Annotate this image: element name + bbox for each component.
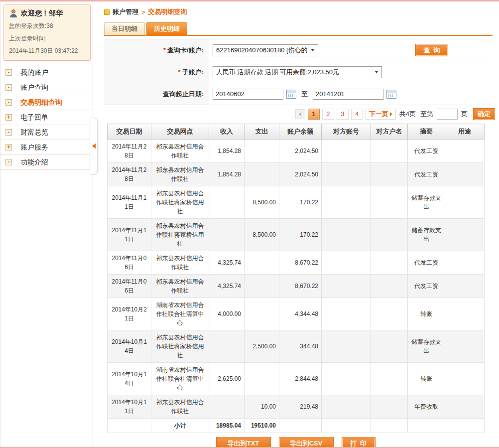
page-button-3[interactable]: 3 [337,109,349,120]
prev-arrow-icon [299,112,301,116]
table-row: 2014年10月11日祁东县农村信用合作联社10.00219.48年费收取 [108,395,485,419]
sidebar-item-transaction-detail[interactable]: -交易明细查询 [0,95,93,110]
chevron-down-icon [374,71,378,73]
user-panel: 欢迎您！邹华 您的登录次数:38 上次登录时间: 2014年11月30日 03:… [3,4,91,61]
date-range-label: 查询起止日期: [104,83,209,105]
query-form: * 查询卡/账户: 6221690204070630180 [伤心的海] * 子… [104,39,493,105]
cell: 344.48 [279,330,322,363]
cell: 代发工资 [408,140,445,163]
cell: 8,500.00 [245,186,279,219]
page-button-1[interactable]: 1 [308,109,320,120]
cell: 4,344.48 [279,298,322,330]
cell: 湖南省农村信用合作社联合社清算中心 [151,298,209,330]
column-header: 支出 [245,124,279,140]
cell: 年费收取 [408,395,445,419]
minus-icon[interactable]: - [5,129,12,136]
cell: 祁东县农村信用合作联社蒋家桥信用社 [151,219,209,251]
calendar-icon[interactable] [286,90,296,99]
minus-icon[interactable]: - [5,159,12,165]
sidebar-item-feature-intro[interactable]: -功能介绍 [0,155,93,170]
cell: 2,500.00 [245,330,279,363]
subtotal-cell [371,419,408,433]
sub-account-label: * 子账户: [104,61,209,83]
table-row: 2014年10月21日湖南省农村信用合作社联合社清算中心4,000.004,34… [108,298,485,330]
cell: 2,844.48 [279,363,322,395]
subtotal-cell [108,419,151,433]
cell: 2014年11月11日 [108,186,151,219]
page-number-list: 1234 [308,109,363,120]
cell: 2,024.50 [279,140,322,163]
cell [445,251,485,275]
sidebar-item-label: 我的账户 [20,68,48,77]
minus-icon[interactable]: - [5,99,12,106]
cell: 2014年11月06日 [108,251,151,275]
breadcrumb-parent[interactable]: 账户管理 [113,7,138,16]
column-header: 用途 [445,124,485,140]
cell [445,163,485,186]
cell: 2014年10月11日 [108,395,151,419]
cell [371,275,408,298]
next-page-button[interactable]: 下一页 [366,109,396,120]
plus-icon[interactable]: + [5,144,12,150]
card-account-select[interactable]: 6221690204070630180 [伤心的海] [213,44,318,56]
prev-page-button[interactable] [295,109,305,119]
goto-prefix-text: 至第 [420,110,433,119]
cell: 祁东县农村信用合作联社 [151,140,209,163]
goto-page-input[interactable] [437,109,458,120]
required-mark: * [163,46,166,54]
cell [371,219,408,251]
chevron-down-icon [311,49,315,51]
tab-current-day-detail[interactable]: 当日明细 [104,22,145,35]
cell [445,219,485,251]
cell [322,363,371,395]
sidebar-item-my-accounts[interactable]: -我的账户 [0,65,93,80]
calendar-icon[interactable] [386,90,396,99]
export-txt-button[interactable]: 导出到TXT [216,437,271,448]
date-to-input[interactable] [313,89,383,100]
page-button-4[interactable]: 4 [351,109,363,120]
page-button-2[interactable]: 2 [322,109,334,120]
tab-history-detail[interactable]: 历史明细 [146,22,187,35]
sidebar-menu: -我的账户-账户查询-交易明细查询+电子回单-财富总览+账户服务-功能介绍 [0,65,93,170]
subtotal-cell [408,419,445,433]
cell: 2,625.00 [209,363,245,395]
required-mark: * [178,68,181,76]
cell: 2014年11月06日 [108,275,151,298]
cell: 2014年11月28日 [108,140,151,163]
table-row: 2014年10月14日祁东县农村信用合作联社蒋家桥信用社2,500.00344.… [108,330,485,363]
confirm-page-button[interactable]: 确定 [473,108,495,120]
cell [209,186,245,219]
sidebar-collapse-handle[interactable] [90,118,98,174]
footer-buttons: 导出到TXT导出到CSV打 印 [107,437,484,448]
sidebar-item-account-query[interactable]: -账户查询 [0,80,93,95]
cell: 2014年10月14日 [108,330,151,363]
cell: 8,670.22 [279,251,322,275]
sidebar-item-e-receipt[interactable]: +电子回单 [0,110,93,125]
query-button[interactable]: 查 询 [415,44,448,56]
cell [445,363,485,395]
tab-bar: 当日明细历史明细 [104,22,493,36]
cell: 祁东县农村信用合作联社 [151,163,209,186]
print-button[interactable]: 打 印 [342,437,375,448]
user-avatar-icon [9,9,18,17]
export-csv-button[interactable]: 导出到CSV [279,437,334,448]
subtotal-cell [445,419,485,433]
minus-icon[interactable]: - [5,69,12,76]
table-row: 2014年11月11日祁东县农村信用合作联社蒋家桥信用社8,500.00170.… [108,186,485,219]
pages-total-text: 共4页 [399,110,416,119]
sub-account-select[interactable]: 人民币 活期存款 活期 可用余额:2,023.50元 [213,66,382,78]
cell: 转账 [408,363,445,395]
plus-icon[interactable]: + [5,114,12,121]
sidebar-item-wealth-overview[interactable]: -财富总览 [0,125,93,140]
column-header: 账户余额 [279,124,322,140]
cell [445,140,485,163]
cell: 10.00 [245,395,279,419]
sidebar-item-account-service[interactable]: +账户服务 [0,140,93,155]
cell: 湖南省农村信用合作社联合社清算中心 [151,363,209,395]
subtotal-row: 小计18985.0419510.00 [108,419,485,433]
cell: 储蓄存款支出 [408,330,445,363]
date-from-input[interactable] [213,89,283,100]
cell: 代发工资 [408,275,445,298]
cell: 8,670.22 [279,275,322,298]
minus-icon[interactable]: - [5,84,12,91]
